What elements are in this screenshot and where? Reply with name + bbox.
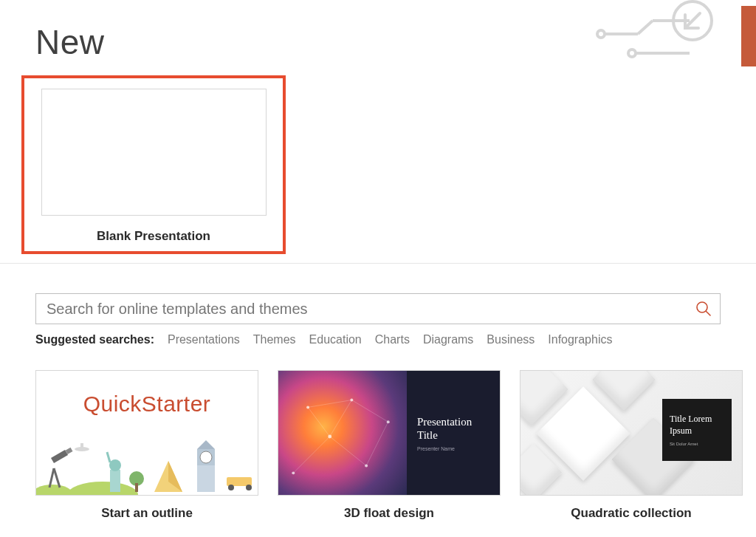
- search-container: [35, 293, 721, 324]
- svg-line-10: [706, 311, 710, 315]
- svg-point-31: [246, 485, 252, 490]
- blank-presentation-label: Blank Presentation: [97, 229, 210, 244]
- suggested-link-diagrams[interactable]: Diagrams: [423, 333, 473, 346]
- svg-rect-23: [80, 443, 83, 449]
- float-title-line2: Title: [417, 429, 438, 441]
- svg-line-39: [308, 407, 330, 437]
- svg-line-40: [308, 400, 351, 408]
- template-quadratic-thumb: Title Lorem Ipsum Sit Dolor Amet: [520, 370, 743, 496]
- svg-point-45: [387, 420, 390, 423]
- svg-rect-24: [51, 450, 68, 463]
- template-quadratic-label: Quadratic collection: [571, 506, 691, 521]
- quickstarter-logo-text: QuickStarter: [36, 371, 258, 417]
- template-3d-float-label: 3D float design: [344, 506, 434, 521]
- suggested-searches: Suggested searches: Presentations Themes…: [35, 333, 721, 346]
- float-title-panel: Presentation Title Presenter Name: [407, 371, 500, 495]
- svg-point-30: [228, 485, 234, 490]
- svg-rect-19: [110, 470, 120, 492]
- svg-line-34: [293, 437, 329, 473]
- svg-line-37: [351, 400, 388, 423]
- template-3d-float[interactable]: Presentation Title Presenter Name 3D flo…: [278, 370, 501, 521]
- float-title-line1: Presentation: [417, 416, 472, 428]
- search-input[interactable]: [36, 301, 687, 318]
- suggested-label: Suggested searches:: [35, 333, 154, 346]
- svg-point-20: [109, 459, 121, 471]
- svg-marker-18: [197, 440, 215, 449]
- svg-rect-33: [135, 483, 138, 492]
- float-subtitle: Presenter Name: [417, 446, 500, 451]
- search-button[interactable]: [687, 293, 720, 324]
- svg-line-36: [330, 400, 352, 437]
- svg-rect-29: [233, 468, 246, 477]
- template-quadratic[interactable]: Title Lorem Ipsum Sit Dolor Amet Quadrat…: [520, 370, 743, 521]
- svg-point-44: [350, 399, 353, 402]
- svg-point-43: [365, 464, 368, 467]
- svg-line-38: [366, 422, 388, 465]
- search-icon: [695, 301, 712, 317]
- quad-title-line2: Ipsum: [670, 425, 692, 436]
- suggested-link-presentations[interactable]: Presentations: [168, 333, 240, 346]
- svg-point-17: [200, 451, 212, 463]
- blank-presentation-template[interactable]: [41, 89, 267, 216]
- svg-point-42: [328, 434, 331, 438]
- template-quickstarter-thumb: QuickStarter: [35, 370, 258, 496]
- svg-point-11: [67, 482, 138, 495]
- template-gallery: QuickStarter: [0, 346, 756, 521]
- svg-point-12: [36, 485, 73, 495]
- suggested-link-business[interactable]: Business: [487, 333, 535, 346]
- quad-title-line1: Title Lorem: [670, 414, 712, 424]
- svg-line-35: [330, 437, 366, 466]
- float-gradient-panel: [278, 371, 407, 495]
- blank-presentation-highlight: Blank Presentation: [21, 75, 286, 254]
- suggested-link-charts[interactable]: Charts: [375, 333, 410, 346]
- svg-point-41: [292, 471, 295, 474]
- svg-line-21: [107, 452, 110, 462]
- quad-subtitle: Sit Dolor Amet: [670, 442, 724, 446]
- page-title: New: [0, 0, 756, 69]
- template-3d-float-thumb: Presentation Title Presenter Name: [278, 370, 501, 496]
- template-quickstarter-label: Start an outline: [101, 506, 193, 521]
- svg-point-46: [306, 406, 309, 408]
- suggested-link-themes[interactable]: Themes: [253, 333, 296, 346]
- quickstarter-illustration: [36, 436, 258, 495]
- quad-title-card: Title Lorem Ipsum Sit Dolor Amet: [662, 399, 732, 461]
- suggested-link-infographics[interactable]: Infographics: [548, 333, 612, 346]
- suggested-link-education[interactable]: Education: [309, 333, 362, 346]
- template-quickstarter[interactable]: QuickStarter: [35, 370, 258, 521]
